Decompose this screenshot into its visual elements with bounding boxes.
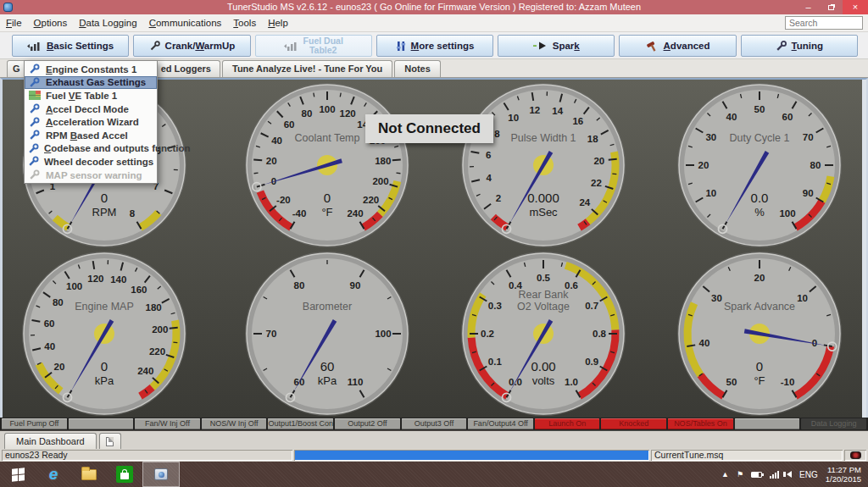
page-icon: [106, 437, 114, 446]
svg-text:10: 10: [797, 293, 808, 303]
more-settings-button[interactable]: More settings: [376, 35, 493, 57]
menu-item-rpm-based-accel[interactable]: RPM Based Accel: [25, 129, 157, 142]
wrench-icon: [28, 77, 41, 88]
wrench-icon: [28, 64, 41, 75]
menu-item-fuel-ve-table-1[interactable]: Fuel VE Table 1: [25, 89, 157, 102]
svg-text:kPa: kPa: [318, 374, 337, 387]
menu-item-accel-deccl-mode[interactable]: Accel Deccl Mode: [25, 102, 157, 116]
svg-text:0.8: 0.8: [593, 329, 607, 339]
svg-text:0.1: 0.1: [488, 357, 503, 367]
svg-text:-10: -10: [781, 377, 795, 387]
menu-tools[interactable]: Tools: [227, 14, 262, 31]
indicator-fan-output4-off: Fan/Output4 Off: [468, 418, 533, 429]
svg-text:70: 70: [803, 132, 814, 142]
menu-item-wheel-decoder-settings[interactable]: Wheel decoder settings: [25, 155, 157, 169]
close-button[interactable]: ×: [843, 0, 868, 14]
spark-plug-icon: [149, 41, 160, 52]
svg-text:70: 70: [266, 329, 277, 339]
start-button[interactable]: [0, 462, 36, 487]
svg-text:80: 80: [810, 160, 821, 170]
svg-text:40: 40: [699, 338, 710, 348]
svg-text:240: 240: [347, 208, 363, 219]
menu-item-exhaust-gas-settings[interactable]: Exhaust Gas Settings: [25, 76, 157, 90]
menu-item-codebase-and-outputs-function[interactable]: Codebase and outputs function: [25, 142, 157, 156]
tab-tune-analyze-live-tune-for-you[interactable]: Tune Analyze Live! - Tune For You: [222, 60, 392, 77]
svg-text:20: 20: [593, 156, 604, 166]
menu-communications[interactable]: Communications: [143, 14, 228, 31]
network-signal-icon[interactable]: [770, 471, 779, 479]
svg-text:Coolant Temp: Coolant Temp: [295, 132, 360, 144]
svg-text:20: 20: [754, 273, 765, 283]
restore-button[interactable]: [820, 0, 843, 14]
clock[interactable]: 11:27 PM 1/20/2015: [826, 465, 861, 484]
tab-notes[interactable]: Notes: [394, 60, 441, 77]
menu-options[interactable]: Options: [28, 14, 74, 31]
svg-text:0.5: 0.5: [537, 273, 551, 283]
windows-store-button[interactable]: [107, 462, 142, 487]
minimize-button[interactable]: –: [797, 0, 820, 14]
svg-text:180: 180: [146, 302, 162, 313]
hammer-icon: [646, 41, 659, 52]
internet-explorer-button[interactable]: e: [36, 462, 71, 487]
menu-item-label: Accel Deccl Mode: [46, 104, 129, 114]
button-label: Advanced: [664, 41, 710, 51]
taskbar: e ▲ ⚑ ENG 11:27 PM 1/20/2015: [0, 462, 868, 487]
indicator-fan-w-inj-off: Fan/W Inj Off: [135, 418, 200, 429]
tray-expand-icon[interactable]: ▲: [721, 470, 729, 479]
basic-settings-button[interactable]: Basic Settings: [12, 35, 129, 57]
indicator-output1-boost-cont: Output1/Boost Cont: [268, 418, 333, 429]
svg-text:200: 200: [152, 324, 168, 335]
language-indicator[interactable]: ENG: [799, 470, 818, 479]
menu-item-label: Acceleration Wizard: [46, 117, 139, 127]
speaker-icon[interactable]: [787, 471, 792, 478]
action-center-flag-icon[interactable]: ⚑: [737, 470, 743, 479]
svg-text:160: 160: [131, 285, 147, 295]
svg-text:80: 80: [53, 297, 64, 307]
burn-status-cell: [844, 450, 866, 461]
indicator-fuel-pump-off: Fuel Pump Off: [2, 418, 67, 429]
svg-text:2: 2: [496, 193, 501, 203]
svg-text:0.3: 0.3: [488, 301, 502, 311]
svg-text:Barometer: Barometer: [303, 301, 352, 313]
new-dashboard-tab-button[interactable]: [99, 433, 121, 449]
button-label: Spark: [553, 41, 580, 51]
svg-text:220: 220: [363, 195, 379, 205]
menu-item-label: Engine Constants 1: [46, 64, 136, 75]
file-explorer-button[interactable]: [71, 462, 107, 487]
menu-item-acceleration-wizard[interactable]: Acceleration Wizard: [25, 115, 157, 129]
svg-text:110: 110: [348, 377, 364, 387]
svg-text:1.0: 1.0: [565, 377, 578, 387]
svg-text:4: 4: [486, 173, 492, 183]
svg-text:100: 100: [319, 104, 335, 114]
tunerstudio-taskbar-button[interactable]: [142, 462, 180, 487]
menu-file[interactable]: File: [0, 14, 28, 31]
advanced-button[interactable]: Advanced: [619, 35, 736, 57]
tuning-button[interactable]: Tuning: [741, 35, 858, 57]
svg-text:Pulse Width 1: Pulse Width 1: [510, 132, 576, 144]
svg-text:0: 0: [101, 191, 108, 205]
svg-text:120: 120: [340, 108, 356, 119]
crank-warmup-button[interactable]: Crank/WarmUp: [133, 35, 250, 57]
menu-data-logging[interactable]: Data Logging: [73, 14, 142, 31]
menu-item-label: Fuel VE Table 1: [46, 91, 117, 101]
svg-text:16: 16: [572, 116, 583, 126]
svg-text:0: 0: [324, 191, 331, 205]
menubar: FileOptionsData LoggingCommunicationsToo…: [0, 14, 868, 32]
gauge-rear-bank-o2-voltage: 0.00.10.20.30.40.50.60.70.80.91.0Rear Ba…: [459, 249, 628, 418]
battery-icon[interactable]: [751, 472, 762, 478]
spark-button[interactable]: Spark: [498, 35, 615, 57]
tab-main-dashboard[interactable]: Main Dashboard: [4, 433, 97, 449]
svg-text:0: 0: [756, 359, 763, 374]
indicator-nos-w-inj-off: NOS/W Inj Off: [202, 418, 267, 429]
scrollbar-strip: [862, 80, 866, 418]
gauge-spark-advance: -1001020304050Spark Advance0°F: [675, 249, 844, 418]
svg-text:Rear Bank: Rear Bank: [518, 289, 569, 301]
svg-text:12: 12: [529, 105, 540, 115]
svg-text:50: 50: [754, 104, 765, 114]
gauge-coolant-temp: -40-20020406080100120140160180200220240C…: [242, 80, 412, 250]
menu-help[interactable]: Help: [262, 14, 294, 31]
menu-item-engine-constants-1[interactable]: Engine Constants 1: [25, 63, 157, 76]
menu-item-label: Wheel decoder settings: [44, 157, 153, 167]
search-input[interactable]: [785, 16, 863, 30]
spark-arrows-icon: [533, 42, 548, 50]
